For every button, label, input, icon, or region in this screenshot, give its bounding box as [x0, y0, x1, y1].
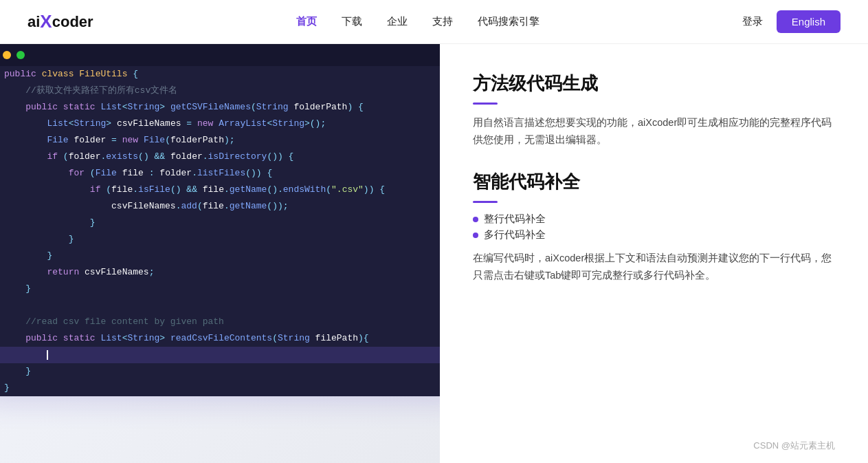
code-editor-header: [0, 44, 440, 66]
code-body: 1 public clvass FileUtils { 2 //获取文件夹路径下…: [0, 66, 440, 396]
code-line-4: 4 List<String> csvFileNames = new ArrayL…: [0, 116, 440, 132]
feature2-divider: [473, 201, 498, 203]
feature2-section: 智能代码补全 整行代码补全 多行代码补全 在编写代码时，aiXcoder根据上下…: [473, 170, 835, 283]
nav-support[interactable]: 支持: [432, 15, 453, 28]
feature1-title: 方法级代码生成: [473, 72, 835, 96]
right-panel: 方法级代码生成 用自然语言描述您想要实现的功能，aiXcoder即可生成相应功能…: [440, 44, 868, 463]
code-line-6: 6 if (folder.exists() && folder.isDirect…: [0, 149, 440, 165]
logo-x: X: [40, 11, 52, 32]
code-line-8: 8 if (file.isFile() && file.getName().en…: [0, 182, 440, 198]
code-editor-card: 1 public clvass FileUtils { 2 //获取文件夹路径下…: [0, 44, 440, 396]
code-line-11: 11 }: [0, 231, 440, 248]
language-button[interactable]: English: [777, 10, 841, 33]
logo-coder: coder: [52, 13, 93, 31]
code-line-16: 16 //read csv file content by given path: [0, 314, 440, 330]
nav-right: 登录 English: [742, 10, 841, 33]
code-line-3: 3 public static List<String> getCSVFileN…: [0, 99, 440, 116]
bullet-dot-2: [473, 233, 478, 238]
code-line-17: 17 public static List<String> readCsvFil…: [0, 330, 440, 347]
code-line-2: 2 //获取文件夹路径下的所有csv文件名: [0, 83, 440, 99]
bullet-dot-1: [473, 217, 478, 222]
code-line-15: 15: [0, 297, 440, 314]
left-panel: 1 public clvass FileUtils { 2 //获取文件夹路径下…: [0, 44, 440, 463]
logo[interactable]: aiXcoder: [27, 11, 93, 32]
code-line-12: 12 }: [0, 248, 440, 264]
code-line-20: 20 }: [0, 380, 440, 396]
nav-download[interactable]: 下载: [342, 15, 362, 28]
feature1-divider: [473, 103, 498, 105]
main-content: 1 public clvass FileUtils { 2 //获取文件夹路径下…: [0, 44, 868, 463]
code-line-19: 19 }: [0, 363, 440, 380]
code-line-14: 14 }: [0, 281, 440, 297]
code-line-5: 5 File folder = new File(folderPath);: [0, 132, 440, 149]
bullet-label-1: 整行代码补全: [484, 213, 546, 226]
logo-ai: ai: [27, 13, 40, 31]
feature2-bullet-list: 整行代码补全 多行代码补全: [473, 213, 835, 241]
nav-enterprise[interactable]: 企业: [387, 15, 408, 28]
window-maximize-dot: [16, 51, 25, 59]
login-button[interactable]: 登录: [742, 15, 763, 28]
code-line-9: 9 csvFileNames.add(file.getName());: [0, 198, 440, 215]
feature2-desc: 在编写代码时，aiXcoder根据上下文和语法自动预测并建议您的下一行代码，您只…: [473, 250, 835, 283]
navbar: aiXcoder 首页 下载 企业 支持 代码搜索引擎 登录 English: [0, 0, 868, 44]
nav-search[interactable]: 代码搜索引擎: [478, 15, 539, 28]
code-line-1: 1 public clvass FileUtils {: [0, 66, 440, 83]
code-line-7: 7 for (File file : folder.listFiles()) {: [0, 165, 440, 182]
bullet-item-1: 整行代码补全: [473, 213, 835, 226]
nav-links: 首页 下载 企业 支持 代码搜索引擎: [296, 15, 539, 28]
feature1-desc: 用自然语言描述您想要实现的功能，aiXcoder即可生成相应功能的完整程序代码供…: [473, 114, 835, 148]
bullet-item-2: 多行代码补全: [473, 228, 835, 241]
bullet-label-2: 多行代码补全: [484, 228, 546, 241]
code-line-10: 10 }: [0, 215, 440, 231]
nav-home[interactable]: 首页: [296, 15, 317, 28]
window-minimize-dot: [3, 51, 11, 59]
code-line-18: 18: [0, 347, 440, 363]
feature2-title: 智能代码补全: [473, 170, 835, 194]
feature1-section: 方法级代码生成 用自然语言描述您想要实现的功能，aiXcoder即可生成相应功能…: [473, 72, 835, 148]
footer-credit: CSDN @站元素主机: [753, 440, 835, 452]
code-line-13: 13 return csvFileNames;: [0, 264, 440, 281]
